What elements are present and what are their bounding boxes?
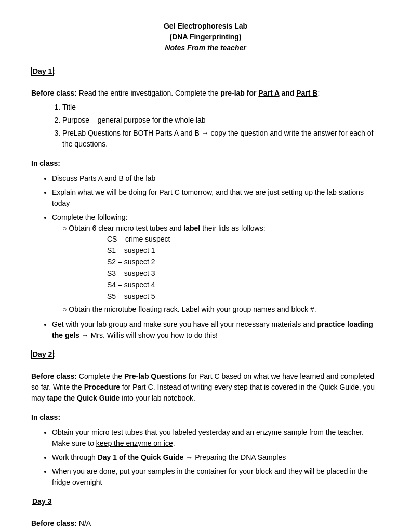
suspect5-label: S5 – suspect 5 <box>107 291 380 302</box>
title-line3: Notes From the teacher <box>31 43 380 54</box>
day1-section: Day 1: Before class: Read the entire inv… <box>31 66 380 341</box>
day2-before-class-heading: Before class: <box>31 372 77 380</box>
day3-before-class-heading: Before class: <box>31 519 77 527</box>
obtain-rack-text: Obtain the microtube floating rack. Labe… <box>69 305 316 313</box>
title-line2: (DNA Fingerprinting) <box>31 32 380 43</box>
before-class-heading: Before class: <box>31 89 77 97</box>
list-item: Get with your lab group and make sure yo… <box>52 319 380 341</box>
last-bullet-text: Get with your lab group and make sure yo… <box>52 320 373 339</box>
day2-label-line: Day 2: <box>31 349 380 360</box>
list-item: ○ Obtain 6 clear micro test tubes and la… <box>68 223 380 302</box>
day1-bullet-list: Discuss Parts A and B of the lab Explain… <box>52 173 380 341</box>
day2-before-class: Before class: Complete the Pre-lab Quest… <box>31 371 380 404</box>
suspect3-label: S3 – suspect 3 <box>107 268 380 279</box>
list-item: ○ Obtain the microtube floating rack. La… <box>68 304 380 315</box>
list-item: Work through Day 1 of the Quick Guide → … <box>52 452 380 463</box>
list-item: When you are done, put your samples in t… <box>52 466 380 488</box>
day1-sub-list: ○ Obtain 6 clear micro test tubes and la… <box>68 223 380 315</box>
list-item: Discuss Parts A and B of the lab <box>52 173 380 184</box>
day3-before-class: Before class: N/A <box>31 518 380 529</box>
suspect4-label: S4 – suspect 4 <box>107 280 380 290</box>
obtain-text: Obtain 6 clear micro test tubes and labe… <box>69 224 265 232</box>
day2-label: Day 2 <box>31 350 54 359</box>
suspect-labels-block: CS – crime suspect S1 – suspect 1 S2 – s… <box>107 234 380 302</box>
day1-in-class-heading: In class: <box>31 158 380 169</box>
list-item: Title <box>62 102 380 113</box>
day1-label-line: Day 1: <box>31 66 380 77</box>
list-item: PreLab Questions for BOTH Parts A and B … <box>62 128 380 150</box>
list-item: Explain what we will be doing for Part C… <box>52 187 380 209</box>
day1-before-class: Before class: Read the entire investigat… <box>31 88 380 99</box>
day2-bullet-list: Obtain your micro test tubes that you la… <box>52 427 380 488</box>
before-class-text: Read the entire investigation. Complete … <box>77 89 320 97</box>
day1-label: Day 1 <box>31 66 54 76</box>
day2-in-class-heading: In class: <box>31 412 380 423</box>
list-item: Purpose – general purpose for the whole … <box>62 115 380 126</box>
suspect2-label: S2 – suspect 2 <box>107 257 380 268</box>
suspect1-label: S1 – suspect 1 <box>107 245 380 256</box>
day3-section: Day 3 Before class: N/A In class: Work t… <box>31 496 380 532</box>
day3-label-line: Day 3 <box>31 496 380 507</box>
list-item: Obtain your micro test tubes that you la… <box>52 427 380 449</box>
list-item: Complete the following: ○ Obtain 6 clear… <box>52 212 380 315</box>
day3-label: Day 3 <box>31 497 52 506</box>
day2-section: Day 2: Before class: Complete the Pre-la… <box>31 349 380 488</box>
cs-label: CS – crime suspect <box>107 234 380 245</box>
document-header: Gel Electrophoresis Lab (DNA Fingerprint… <box>31 21 380 54</box>
title-line1: Gel Electrophoresis Lab <box>31 21 380 32</box>
day1-ordered-list: Title Purpose – general purpose for the … <box>62 102 380 150</box>
